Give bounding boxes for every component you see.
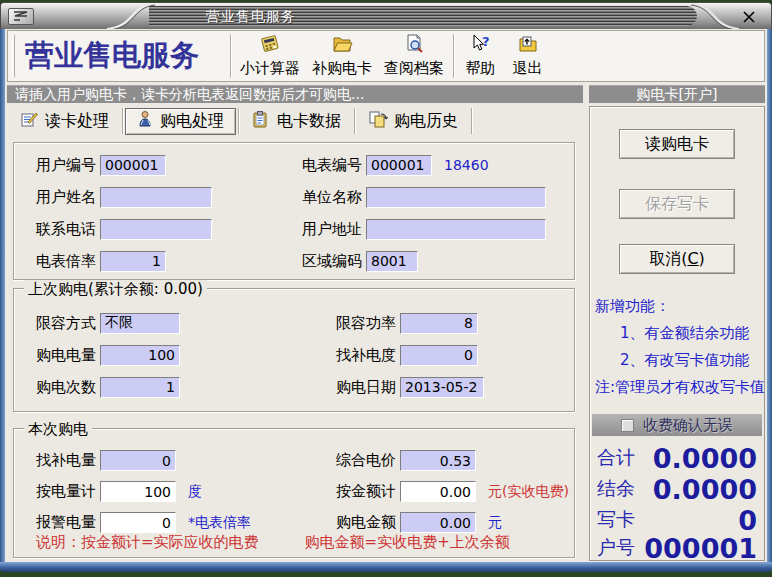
feature-note-2: 2、有改写卡值功能: [595, 347, 762, 374]
balance-label: 结余: [597, 476, 635, 502]
folder-card-icon: [331, 34, 353, 58]
write-card-label: 写卡: [597, 507, 635, 533]
alarm-energy-unit: *电表倍率: [188, 514, 251, 532]
tab-purchase[interactable]: 购电处理: [125, 108, 236, 135]
checkbox-icon[interactable]: [621, 419, 634, 432]
clipboard-icon: [252, 110, 271, 132]
titlebar-swoosh-left: [105, 3, 157, 30]
buy-card-button[interactable]: 补购电卡: [306, 32, 378, 80]
org-name-label: 单位名称: [302, 188, 366, 207]
window-bottom-frame: [0, 562, 772, 572]
phone-label: 联系电话: [36, 220, 100, 239]
by-amount-label: 按金额计: [336, 482, 400, 501]
window-title: 营业售电服务: [206, 8, 296, 26]
total-row: 合计 0.0000: [597, 443, 757, 473]
adjust-energy-input[interactable]: [100, 450, 176, 471]
last-purchase-group: 上次购电(累计余额: 0.00) 限容方式 购电电量 购电次数: [13, 288, 575, 412]
balance-value: 0.0000: [653, 474, 757, 505]
exit-label: 退出: [513, 59, 543, 78]
note-right: 购电金额=实收电费+上次余额: [305, 533, 510, 552]
confirm-bar: 收费确认无误: [592, 414, 762, 436]
account-row: 户号 000001: [597, 533, 757, 563]
cancel-button[interactable]: 取消(C): [619, 244, 735, 274]
meter-ratio-input[interactable]: [100, 251, 166, 272]
amount-input[interactable]: [400, 512, 476, 533]
feature-notes-title: 新增功能：: [595, 293, 762, 320]
by-energy-unit: 度: [188, 483, 202, 501]
limit-power-label: 限容功率: [336, 314, 400, 333]
help-label: 帮助: [466, 59, 496, 78]
write-card-row: 写卡 0: [597, 505, 757, 535]
alarm-energy-input[interactable]: [100, 512, 176, 533]
help-cursor-icon: ?: [470, 34, 492, 58]
write-card-value: 0: [738, 505, 757, 536]
amount-unit: 元: [488, 514, 502, 532]
app-title: 营业售电服务: [15, 36, 227, 76]
help-button[interactable]: ? 帮助: [457, 32, 504, 80]
energy-input[interactable]: [100, 345, 180, 366]
alarm-energy-label: 报警电量: [36, 513, 100, 532]
limit-mode-label: 限容方式: [36, 314, 100, 333]
by-energy-label: 按电量计: [36, 482, 100, 501]
address-input[interactable]: [366, 219, 546, 240]
adjust-degree-label: 找补电度: [336, 346, 400, 365]
purchase-times-input[interactable]: [100, 377, 180, 398]
address-label: 用户地址: [302, 220, 366, 239]
cancel-label-pre: 取消(: [649, 249, 687, 268]
archive-button[interactable]: 查阅档案: [378, 32, 450, 80]
save-write-card-button[interactable]: 保存写卡: [619, 189, 735, 219]
history-cards-icon: [368, 110, 388, 132]
note-pen-icon: [20, 110, 39, 132]
area-code-input[interactable]: [366, 251, 418, 272]
window-frame: 营业售电服务 小计算器: [0, 29, 772, 562]
person-icon: [137, 110, 154, 132]
phone-input[interactable]: [100, 219, 212, 240]
tab-bar: 读卡处理 购电处理: [9, 106, 583, 136]
org-name-input[interactable]: [366, 187, 546, 208]
user-name-input[interactable]: [100, 187, 212, 208]
amount-label: 购电金额: [336, 513, 400, 532]
toolbar-separator: [453, 34, 454, 78]
tab-separator: [354, 108, 355, 134]
user-name-label: 用户姓名: [36, 188, 100, 207]
tab-card-data-label: 电卡数据: [277, 111, 341, 132]
tab-purchase-label: 购电处理: [160, 111, 224, 132]
toolbar: 营业售电服务 小计算器: [7, 30, 765, 82]
user-info-group: 用户编号 用户姓名 联系电话 电表倍率: [13, 142, 575, 280]
limit-power-input[interactable]: [400, 313, 478, 334]
account-value: 000001: [644, 533, 757, 564]
feature-note-1: 1、有金额结余功能: [595, 320, 762, 347]
cancel-label-key: C: [687, 249, 698, 268]
tab-separator: [471, 108, 472, 134]
client-area: 营业售电服务 小计算器: [5, 29, 767, 562]
tab-card-data[interactable]: 电卡数据: [241, 107, 352, 135]
exit-button[interactable]: 退出: [504, 32, 551, 80]
tab-history[interactable]: 购电历史: [357, 107, 469, 135]
titlebar: 营业售电服务: [0, 2, 772, 29]
user-no-input[interactable]: [100, 155, 166, 176]
price-input[interactable]: [400, 450, 476, 471]
window: 营业售电服务 营业售电服务: [0, 2, 772, 572]
close-icon[interactable]: [742, 9, 758, 24]
price-label: 综合电价: [336, 451, 400, 470]
tab-separator: [238, 108, 239, 134]
total-label: 合计: [597, 445, 635, 471]
meter-no-input[interactable]: [366, 155, 432, 176]
titlebar-swoosh-right: [689, 3, 741, 30]
tab-read-card[interactable]: 读卡处理: [9, 107, 120, 135]
read-card-button[interactable]: 读购电卡: [619, 129, 735, 159]
cancel-label-post: ): [699, 249, 705, 268]
by-amount-input[interactable]: [400, 481, 476, 502]
limit-mode-input[interactable]: [100, 313, 180, 334]
app-logo-icon[interactable]: [8, 8, 34, 25]
confirm-label: 收费确认无误: [643, 416, 733, 435]
adjust-degree-input[interactable]: [400, 345, 478, 366]
meter-reading-text: 18460: [444, 157, 489, 173]
purchase-date-label: 购电日期: [336, 378, 400, 397]
by-energy-input[interactable]: [100, 481, 176, 502]
purchase-date-input[interactable]: [400, 377, 484, 398]
purchase-times-label: 购电次数: [36, 378, 100, 397]
purchase-notes: 说明：按金额计=实际应收的电费 购电金额=实收电费+上次余额: [36, 533, 510, 552]
calculator-button[interactable]: 小计算器: [234, 32, 306, 80]
meter-ratio-label: 电表倍率: [36, 252, 100, 271]
